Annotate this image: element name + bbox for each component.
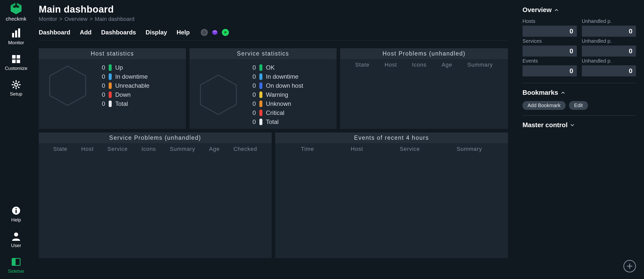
- column-header[interactable]: Icons: [141, 146, 156, 152]
- stat-label[interactable]: Total: [266, 118, 279, 125]
- stat-row: 0Unknown: [250, 100, 303, 107]
- menu-help[interactable]: Help: [177, 29, 190, 36]
- stat-value: 0: [250, 109, 256, 116]
- column-header[interactable]: State: [355, 62, 369, 68]
- edit-bookmarks-button[interactable]: Edit: [569, 101, 588, 110]
- stat-value: 0: [99, 100, 105, 107]
- events-columns: TimeHostServiceSummary: [275, 143, 508, 155]
- menu-display[interactable]: Display: [146, 29, 167, 36]
- column-header[interactable]: State: [53, 146, 67, 152]
- nav-label: Setup: [10, 91, 22, 97]
- overview-value-box[interactable]: 0: [522, 65, 577, 76]
- stat-row: 0Total: [99, 100, 149, 107]
- stat-row: 0Down: [99, 91, 149, 98]
- page-title: Main dashboard: [39, 4, 508, 15]
- column-header[interactable]: Summary: [467, 62, 493, 68]
- stat-label[interactable]: In downtime: [266, 73, 298, 80]
- chevron-up-icon: [554, 8, 559, 12]
- panel-title: Host statistics: [39, 48, 186, 59]
- stat-color-chip: [259, 101, 262, 107]
- panel-host-statistics: Host statistics 0Up0In downtime0Unreacha…: [39, 48, 186, 129]
- column-header[interactable]: Summary: [457, 146, 482, 152]
- stat-value: 0: [99, 82, 105, 89]
- column-header[interactable]: Icons: [412, 62, 427, 68]
- column-header[interactable]: Host: [351, 146, 363, 152]
- column-header[interactable]: Age: [442, 62, 452, 68]
- breadcrumb-item[interactable]: Overview: [64, 16, 88, 22]
- column-header[interactable]: Service: [400, 146, 420, 152]
- chevron-down-icon: [570, 123, 575, 127]
- add-bookmark-button[interactable]: Add Bookmark: [522, 101, 566, 110]
- stat-label[interactable]: Warning: [266, 91, 288, 98]
- chevron-up-icon: [561, 90, 565, 95]
- nav-item-help[interactable]: Help: [0, 206, 32, 223]
- nav-item-setup[interactable]: Setup: [0, 80, 32, 97]
- svg-rect-23: [12, 258, 16, 265]
- svg-line-16: [18, 81, 19, 83]
- overview-label: Services: [522, 38, 577, 44]
- spotify-icon[interactable]: [222, 29, 229, 36]
- nav-item-monitor[interactable]: Monitor: [0, 28, 32, 45]
- breadcrumb-item[interactable]: Main dashboard: [95, 16, 135, 22]
- overview-label: Unhandled p.: [582, 58, 636, 64]
- nav-item-user[interactable]: User: [0, 231, 32, 248]
- svg-rect-5: [12, 55, 16, 59]
- stat-label[interactable]: Unknown: [266, 100, 291, 107]
- column-header[interactable]: Checked: [233, 146, 257, 152]
- brand-logo[interactable]: checkmk: [0, 2, 32, 22]
- host-stat-list: 0Up0In downtime0Unreachable0Down0Total: [99, 64, 149, 107]
- menu-dashboard[interactable]: Dashboard: [39, 29, 70, 36]
- overview-value-box[interactable]: 0: [582, 65, 636, 76]
- column-header[interactable]: Time: [301, 146, 314, 152]
- stat-label[interactable]: Unreachable: [115, 82, 149, 89]
- stat-label[interactable]: In downtime: [115, 73, 148, 80]
- sidebar-right: Overview HostsUnhandled p.00ServicesUnha…: [514, 0, 644, 279]
- overview-value-box[interactable]: 0: [522, 45, 577, 57]
- add-snapin-button[interactable]: [623, 260, 636, 272]
- globe-icon[interactable]: [201, 29, 208, 36]
- hexagon-chart-icon: [46, 64, 89, 107]
- stat-row: 0Warning: [250, 91, 303, 98]
- breadcrumb-separator: >: [59, 16, 62, 22]
- snapin-bookmarks-title[interactable]: Bookmarks: [522, 89, 636, 97]
- stat-value: 0: [250, 64, 256, 71]
- nav-item-customize[interactable]: Customize: [0, 54, 32, 71]
- menu-icons: [201, 29, 229, 36]
- column-header[interactable]: Service: [107, 146, 128, 152]
- nav-item-sidebar[interactable]: Sidebar: [0, 257, 32, 274]
- user-icon: [11, 231, 21, 241]
- nav-bottom: Help User Sidebar: [0, 206, 32, 274]
- stat-label[interactable]: OK: [266, 64, 275, 71]
- stat-color-chip: [109, 64, 112, 71]
- overview-value-box[interactable]: 0: [582, 26, 636, 37]
- column-header[interactable]: Age: [209, 146, 220, 152]
- svg-line-17: [13, 87, 14, 88]
- stat-color-chip: [259, 119, 262, 125]
- column-header[interactable]: Host: [81, 146, 94, 152]
- stat-row: 0Total: [250, 118, 303, 125]
- svg-point-9: [15, 83, 18, 86]
- overview-value-box[interactable]: 0: [522, 26, 577, 37]
- menu-add[interactable]: Add: [80, 29, 92, 36]
- panel-title: Events of recent 4 hours: [275, 132, 508, 143]
- panel-host-problems: Host Problems (unhandled) StateHostIcons…: [340, 48, 508, 129]
- snapin-title-text: Overview: [522, 6, 552, 14]
- stat-label[interactable]: Total: [115, 100, 128, 107]
- snapin-master-control-title[interactable]: Master control: [522, 121, 636, 129]
- panel-service-statistics: Service statistics 0OK0In downtime0On do…: [189, 48, 337, 129]
- stat-label[interactable]: On down host: [266, 82, 303, 89]
- column-header[interactable]: Host: [385, 62, 397, 68]
- stat-label[interactable]: Down: [115, 91, 131, 98]
- overview-value-box[interactable]: 0: [582, 45, 636, 57]
- breadcrumb-separator: >: [90, 16, 93, 22]
- stat-label[interactable]: Critical: [266, 109, 284, 116]
- plus-icon: [626, 263, 633, 270]
- stat-label[interactable]: Up: [115, 64, 123, 71]
- cube-icon[interactable]: [211, 29, 218, 36]
- column-header[interactable]: Summary: [170, 146, 195, 152]
- main-content: Main dashboard Monitor > Overview > Main…: [32, 0, 514, 279]
- menu-dashboards[interactable]: Dashboards: [101, 29, 136, 36]
- breadcrumb-item[interactable]: Monitor: [39, 16, 57, 22]
- bar-chart-icon: [11, 28, 21, 38]
- snapin-overview-title[interactable]: Overview: [522, 6, 636, 14]
